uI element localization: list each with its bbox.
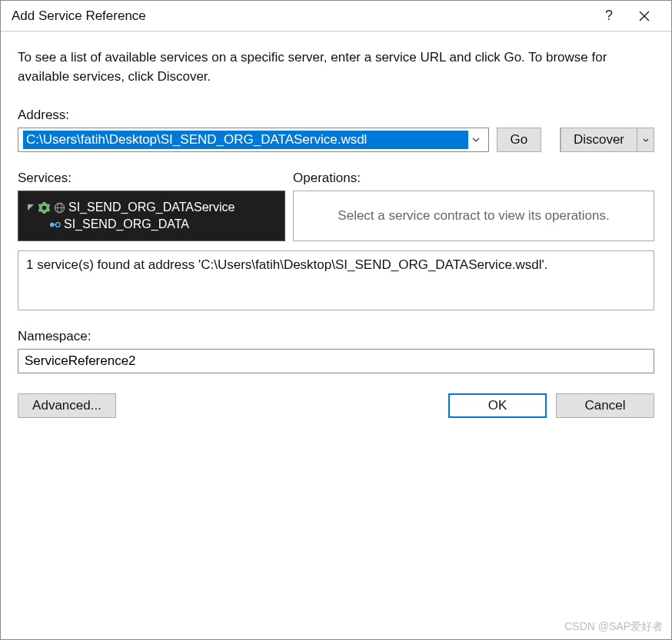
dialog-title: Add Service Reference bbox=[12, 8, 591, 24]
advanced-button[interactable]: Advanced... bbox=[18, 393, 116, 418]
instruction-text: To see a list of available services on a… bbox=[18, 48, 654, 86]
tree-child-label: SI_SEND_ORG_DATA bbox=[64, 217, 189, 231]
gear-icon bbox=[38, 202, 50, 214]
service-contract-icon bbox=[49, 219, 61, 230]
cancel-button[interactable]: Cancel bbox=[556, 393, 654, 418]
help-icon[interactable]: ? bbox=[591, 2, 627, 31]
namespace-label: Namespace: bbox=[18, 329, 654, 344]
ok-button[interactable]: OK bbox=[448, 393, 547, 418]
namespace-row: Namespace: bbox=[18, 329, 654, 373]
operations-list[interactable]: Select a service contract to view its op… bbox=[293, 191, 654, 241]
operations-label: Operations: bbox=[293, 171, 654, 186]
globe-icon bbox=[54, 202, 65, 214]
services-label: Services: bbox=[18, 171, 285, 186]
address-value: C:\Users\fatih\Desktop\SI_SEND_ORG_DATAS… bbox=[23, 131, 468, 149]
address-row: C:\Users\fatih\Desktop\SI_SEND_ORG_DATAS… bbox=[18, 128, 654, 152]
tree-child-row[interactable]: SI_SEND_ORG_DATA bbox=[25, 216, 278, 233]
svg-marker-2 bbox=[28, 204, 34, 211]
services-pane: Services: SI_SEND_ORG_DATAService SI_SEN… bbox=[18, 171, 285, 241]
titlebar: Add Service Reference ? bbox=[1, 1, 671, 32]
operations-pane: Operations: Select a service contract to… bbox=[293, 171, 654, 241]
footer: Advanced... OK Cancel bbox=[18, 393, 654, 418]
tree-root-row[interactable]: SI_SEND_ORG_DATAService bbox=[25, 199, 278, 216]
services-tree[interactable]: SI_SEND_ORG_DATAService SI_SEND_ORG_DATA bbox=[18, 191, 285, 241]
add-service-reference-dialog: Add Service Reference ? To see a list of… bbox=[0, 0, 672, 640]
tree-root-label: SI_SEND_ORG_DATAService bbox=[68, 201, 235, 214]
operations-placeholder: Select a service contract to view its op… bbox=[338, 208, 609, 224]
namespace-input[interactable] bbox=[18, 349, 654, 373]
address-combobox[interactable]: C:\Users\fatih\Desktop\SI_SEND_ORG_DATAS… bbox=[18, 128, 489, 152]
close-icon[interactable] bbox=[627, 2, 662, 31]
discover-button[interactable]: Discover bbox=[561, 128, 637, 152]
panes: Services: SI_SEND_ORG_DATAService SI_SEN… bbox=[18, 171, 654, 241]
expander-icon[interactable] bbox=[26, 204, 35, 211]
status-message: 1 service(s) found at address 'C:\Users\… bbox=[18, 250, 654, 310]
chevron-down-icon[interactable] bbox=[468, 138, 484, 142]
dialog-body: To see a list of available services on a… bbox=[1, 32, 671, 639]
discover-split-button: Discover bbox=[560, 128, 654, 152]
address-label: Address: bbox=[18, 108, 654, 123]
go-button[interactable]: Go bbox=[497, 128, 541, 152]
discover-dropdown-icon[interactable] bbox=[637, 128, 654, 152]
